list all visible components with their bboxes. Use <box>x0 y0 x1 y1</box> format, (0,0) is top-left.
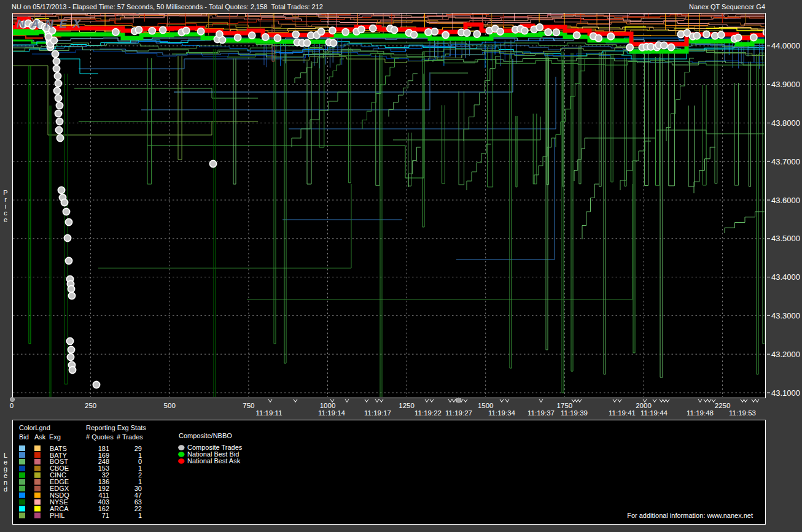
svg-text:# Quotes: # Quotes <box>86 433 114 441</box>
svg-text:11:19:17: 11:19:17 <box>364 409 391 417</box>
svg-text:For additional information: ww: For additional information: www.nanex.ne… <box>627 512 753 519</box>
svg-text:250: 250 <box>85 402 96 409</box>
svg-text:0: 0 <box>10 402 14 409</box>
svg-text:11:19:11: 11:19:11 <box>255 409 282 417</box>
svg-text:# Trades: # Trades <box>117 433 143 441</box>
svg-text:11:19:53: 11:19:53 <box>729 409 756 417</box>
svg-text:11:19:39: 11:19:39 <box>561 409 588 417</box>
svg-text:ColorLgnd: ColorLgnd <box>19 424 50 431</box>
svg-text:Exg: Exg <box>49 433 61 441</box>
svg-text:11:19:14: 11:19:14 <box>318 409 346 417</box>
svg-text:43.1000: 43.1000 <box>771 388 800 398</box>
svg-text:NU on 05/17/2013 - Elapsed Tim: NU on 05/17/2013 - Elapsed Time: 57 Seco… <box>12 3 323 10</box>
svg-text:43.9000: 43.9000 <box>771 80 800 89</box>
svg-text:1750: 1750 <box>557 402 573 409</box>
svg-text:11:19:22: 11:19:22 <box>415 409 442 417</box>
svg-text:Nanex QT Sequencer G4: Nanex QT Sequencer G4 <box>689 3 765 10</box>
svg-text:d: d <box>4 485 7 493</box>
svg-text:National Best Ask: National Best Ask <box>187 457 241 465</box>
svg-text:PHIL: PHIL <box>50 512 64 519</box>
svg-text:43.3000: 43.3000 <box>771 311 800 320</box>
svg-text:1: 1 <box>138 512 142 519</box>
svg-text:Ask: Ask <box>34 433 46 441</box>
svg-text:43.6000: 43.6000 <box>771 196 800 205</box>
svg-text:11:19:41: 11:19:41 <box>609 409 636 417</box>
svg-text:750: 750 <box>243 402 254 409</box>
svg-text:43.8000: 43.8000 <box>771 118 800 128</box>
svg-text:43.7000: 43.7000 <box>771 157 800 166</box>
svg-text:11:19:34: 11:19:34 <box>488 409 516 417</box>
svg-text:44.0000: 44.0000 <box>771 41 800 50</box>
svg-text:500: 500 <box>164 402 176 409</box>
svg-text:11:19:37: 11:19:37 <box>528 409 555 417</box>
svg-text:1250: 1250 <box>399 402 415 409</box>
svg-text:43.2000: 43.2000 <box>771 350 800 359</box>
svg-text:11:19:44: 11:19:44 <box>640 409 668 417</box>
svg-text:43.4000: 43.4000 <box>771 272 800 282</box>
svg-text:2000: 2000 <box>636 402 652 409</box>
svg-text:71: 71 <box>102 512 109 519</box>
svg-text:11:19:48: 11:19:48 <box>687 409 714 417</box>
svg-text:NANEX: NANEX <box>17 17 87 30</box>
svg-text:Bid: Bid <box>19 433 29 441</box>
svg-text:e: e <box>4 216 7 223</box>
svg-text:11:19:27: 11:19:27 <box>445 409 472 417</box>
svg-text:43.5000: 43.5000 <box>771 234 800 243</box>
svg-text:2250: 2250 <box>715 402 731 409</box>
svg-text:1500: 1500 <box>478 402 494 409</box>
svg-text:Composite/NBBO: Composite/NBBO <box>179 432 232 439</box>
svg-text:1000: 1000 <box>320 402 336 409</box>
svg-text:Reporting Exg Stats: Reporting Exg Stats <box>86 424 146 431</box>
